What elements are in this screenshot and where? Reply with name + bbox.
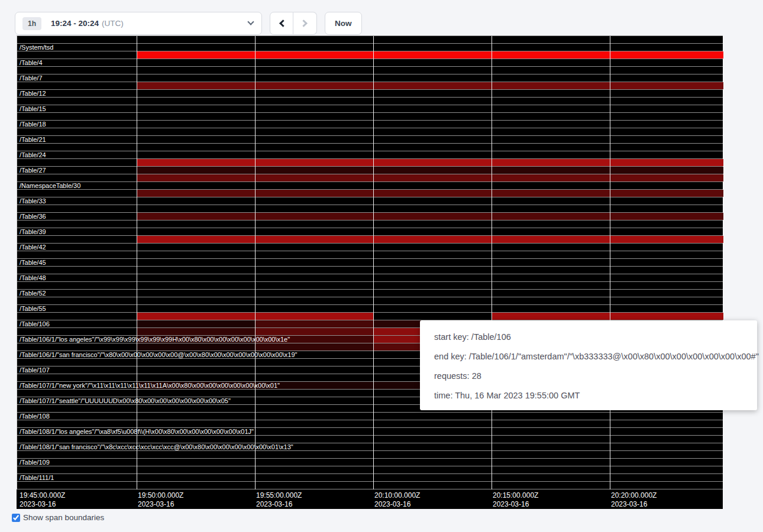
row-key-label: /Table/33 xyxy=(20,197,46,205)
range-duration-badge: 1h xyxy=(22,17,41,30)
span-boundaries-row: Show span boundaries xyxy=(12,513,763,522)
axis-tick: 19:55:00.000Z2023-03-16 xyxy=(256,491,302,509)
heat-band xyxy=(137,343,255,351)
heat-band xyxy=(137,167,723,174)
heatmap-row[interactable] xyxy=(17,466,723,474)
heatmap-row[interactable] xyxy=(17,174,723,182)
heatmap-row[interactable]: /Table/39 xyxy=(17,228,723,236)
heatmap-row[interactable]: /Table/42 xyxy=(17,244,723,251)
heat-band xyxy=(137,328,255,335)
heat-band xyxy=(255,328,373,335)
heatmap-row[interactable] xyxy=(17,267,723,274)
heatmap-row[interactable] xyxy=(17,220,723,228)
row-key-label: /Table/24 xyxy=(20,151,46,159)
row-key-label: /System/tsd xyxy=(20,44,53,51)
heatmap-row[interactable]: /Table/21 xyxy=(17,136,723,144)
heatmap-row[interactable] xyxy=(17,36,723,44)
heatmap-row[interactable]: /Table/7 xyxy=(17,74,723,82)
heat-band xyxy=(137,320,255,327)
row-key-label: /Table/36 xyxy=(20,213,46,220)
time-range-select[interactable]: 1h 19:24 - 20:24 (UTC) xyxy=(15,12,262,35)
heatmap-row[interactable] xyxy=(17,67,723,74)
heatmap-canvas[interactable]: /System/tsd/Table/4/Table/7/Table/12/Tab… xyxy=(17,35,723,489)
heatmap-row[interactable] xyxy=(17,51,723,59)
heatmap-row[interactable]: /Table/48 xyxy=(17,274,723,282)
prev-window-button[interactable] xyxy=(270,12,293,35)
chevron-left-icon xyxy=(279,20,287,27)
row-key-label: /Table/21 xyxy=(20,136,46,144)
axis-tick: 20:20:00.000Z2023-03-16 xyxy=(611,491,657,509)
heat-band xyxy=(137,213,723,220)
heatmap-row[interactable]: /System/tsd xyxy=(17,44,723,51)
heatmap-row[interactable] xyxy=(17,159,723,167)
heatmap-row[interactable] xyxy=(17,451,723,459)
heatmap-row[interactable] xyxy=(17,190,723,197)
heatmap-row[interactable]: /Table/108/1/"san francisco"/"\x8c\xcc\x… xyxy=(17,443,723,451)
row-key-label: /Table/109 xyxy=(20,459,50,466)
heatmap-row[interactable]: /Table/52 xyxy=(17,290,723,297)
row-key-label: /Table/107 xyxy=(20,366,50,374)
row-key-label: /NamespaceTable/30 xyxy=(20,182,80,190)
checkbox-label: Show span boundaries xyxy=(23,513,104,522)
heatmap-row[interactable]: /Table/45 xyxy=(17,259,723,267)
row-key-label: /Table/106/1/"san francisco"/"\x80\x00\x… xyxy=(20,351,298,359)
heatmap-row[interactable] xyxy=(17,98,723,105)
heatmap-row[interactable] xyxy=(17,205,723,213)
row-key-label: /Table/15 xyxy=(20,105,46,113)
heatmap-row[interactable] xyxy=(17,236,723,244)
heatmap-row[interactable]: /NamespaceTable/30 xyxy=(17,182,723,190)
heatmap-row[interactable] xyxy=(17,482,723,489)
heatmap-row[interactable] xyxy=(17,251,723,259)
row-key-label: /Table/108/1/"los angeles"/"\xa8\xf5\u00… xyxy=(20,428,254,436)
time-gridline xyxy=(373,36,374,489)
row-key-label: /Table/111/1 xyxy=(20,474,54,482)
heatmap-row[interactable]: /Table/18 xyxy=(17,121,723,128)
range-timezone: (UTC) xyxy=(102,19,124,28)
show-span-boundaries-checkbox[interactable] xyxy=(12,514,20,522)
row-key-label: /Table/7 xyxy=(20,74,43,82)
heatmap-row[interactable]: /Table/15 xyxy=(17,105,723,113)
axis-tick: 19:45:00.000Z2023-03-16 xyxy=(20,491,65,509)
axis-tick: 20:15:00.000Z2023-03-16 xyxy=(493,491,538,509)
chevron-right-icon xyxy=(300,20,308,27)
heatmap-row[interactable] xyxy=(17,144,723,151)
time-gridline xyxy=(610,36,610,489)
heat-band xyxy=(255,320,373,327)
heatmap-row[interactable]: /Table/55 xyxy=(17,305,723,313)
next-window-button[interactable] xyxy=(293,12,317,35)
heatmap-row[interactable]: /Table/109 xyxy=(17,459,723,466)
tooltip-time: time: Thu, 16 Mar 2023 19:55:00 GMT xyxy=(434,390,743,401)
row-key-label: /Table/106 xyxy=(20,320,50,328)
row-key-label: /Table/52 xyxy=(20,290,46,297)
time-axis: 19:45:00.000Z2023-03-1619:50:00.000Z2023… xyxy=(17,489,723,509)
heatmap-row[interactable]: /Table/12 xyxy=(17,90,723,98)
heatmap-row[interactable] xyxy=(17,313,723,320)
axis-tick: 19:50:00.000Z2023-03-16 xyxy=(138,491,183,509)
heatmap-row[interactable]: /Table/111/1 xyxy=(17,474,723,482)
heatmap-row[interactable]: /Table/108 xyxy=(17,413,723,420)
heat-band xyxy=(137,51,723,59)
heatmap-row[interactable]: /Table/27 xyxy=(17,167,723,174)
row-key-label: /Table/39 xyxy=(20,228,46,236)
heat-band xyxy=(137,82,723,89)
heatmap-row[interactable]: /Table/36 xyxy=(17,213,723,220)
heatmap-row[interactable] xyxy=(17,282,723,290)
row-key-label: /Table/18 xyxy=(20,121,46,128)
time-gridline xyxy=(255,36,256,489)
heatmap-row[interactable] xyxy=(17,113,723,121)
row-key-label: /Table/108/1/"san francisco"/"\x8c\xcc\x… xyxy=(20,443,293,451)
now-button[interactable]: Now xyxy=(325,12,362,35)
heatmap-row[interactable] xyxy=(17,128,723,136)
row-key-label: /Table/107/1/"new york"/"\x11\x11\x11\x1… xyxy=(20,382,280,390)
heatmap-row[interactable]: /Table/4 xyxy=(17,59,723,67)
heatmap-row[interactable] xyxy=(17,420,723,428)
heatmap-row[interactable]: /Table/108/1/"los angeles"/"\xa8\xf5\u00… xyxy=(17,428,723,436)
heat-band xyxy=(255,343,373,351)
heatmap-row[interactable] xyxy=(17,82,723,90)
row-key-label: /Table/12 xyxy=(20,90,46,98)
heatmap-row[interactable]: /Table/24 xyxy=(17,151,723,159)
heatmap-row[interactable] xyxy=(17,297,723,305)
heatmap-row[interactable] xyxy=(17,436,723,443)
heatmap-row[interactable]: /Table/33 xyxy=(17,197,723,205)
axis-tick: 20:10:00.000Z2023-03-16 xyxy=(374,491,420,509)
